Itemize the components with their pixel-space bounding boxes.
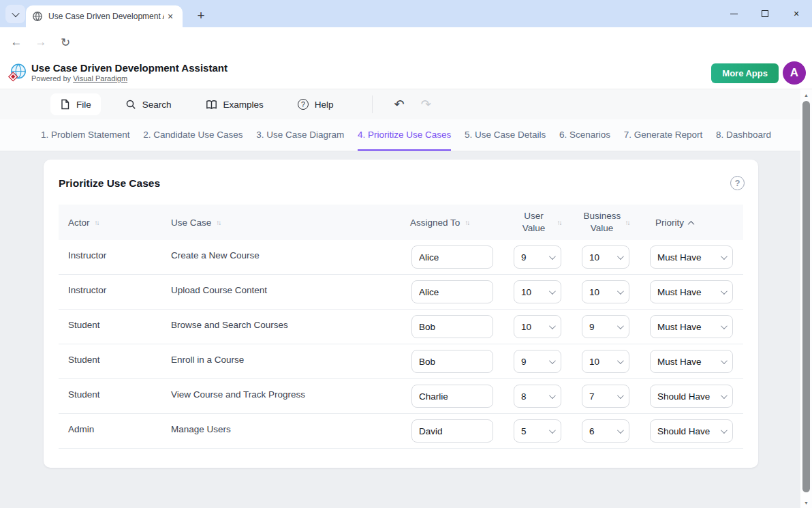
user-value-select[interactable]: 5 [514,419,561,443]
use-case-table: Actor ↑↓ Use Case ↑↓ Assigned To ↑↓ User… [59,205,743,449]
priority-select[interactable]: Should Have [650,385,733,408]
assigned-to-input[interactable] [411,350,493,373]
header-priority-label: Priority [655,218,684,228]
window-minimize-button[interactable] [718,0,749,27]
scrollbar-thumb[interactable] [802,101,810,492]
assigned-to-input[interactable] [411,419,493,443]
business-value-select[interactable]: 10 [582,245,629,269]
window-maximize-button[interactable] [749,0,781,27]
window-controls: × [718,0,812,27]
priority-select[interactable]: Must Have [650,350,733,373]
examples-label: Examples [223,100,264,110]
tab-problem-statement[interactable]: 1. Problem Statement [41,119,130,151]
chevron-down-icon [617,427,624,434]
new-tab-button[interactable]: + [191,6,210,25]
tab-close-icon[interactable]: × [164,10,176,23]
business-value-select[interactable]: 9 [582,315,629,338]
header-use-case-label: Use Case [171,218,211,228]
file-icon [60,99,70,110]
help-menu-button[interactable]: ? Help [288,93,343,115]
use-case-cell: Manage Users [171,414,401,448]
actor-cell: Student [59,344,171,378]
table-row: Instructor Upload Course Content 10 10 M… [59,275,743,310]
back-button[interactable]: ← [5,31,27,53]
header-user-value[interactable]: User Value ↑↓ [504,210,572,234]
user-value-select[interactable]: 8 [514,385,561,408]
undo-button[interactable]: ↶ [386,97,413,112]
assigned-to-input[interactable] [411,385,493,408]
browser-tab[interactable]: Use Case Driven Development A × [26,5,183,27]
page-title: Prioritize Use Cases [59,177,160,190]
book-icon [206,100,217,110]
reload-button[interactable]: ↻ [54,31,76,53]
priority-select[interactable]: Should Have [650,419,733,443]
user-value-select[interactable]: 9 [514,245,561,269]
tab-dashboard[interactable]: 8. Dashboard [716,119,771,151]
tab-candidate-use-cases[interactable]: 2. Candidate Use Cases [143,119,243,151]
visual-paradigm-link[interactable]: Visual Paradigm [73,74,127,83]
search-label: Search [142,100,172,110]
app-header: Use Case Driven Development Assistant Po… [0,57,812,89]
table-header-row: Actor ↑↓ Use Case ↑↓ Assigned To ↑↓ User… [59,205,743,240]
help-label: Help [315,100,334,110]
forward-button[interactable]: → [30,31,52,53]
file-label: File [76,100,91,110]
search-menu-button[interactable]: Search [116,93,181,115]
assigned-to-input[interactable] [411,245,493,269]
priority-text: Must Have [657,252,702,263]
tab-use-case-details[interactable]: 5. Use Case Details [465,119,546,151]
redo-button[interactable]: ↷ [413,97,439,112]
table-row: Admin Manage Users 5 6 Should Have [59,414,743,449]
business-value-select[interactable]: 6 [582,419,629,443]
step-tabs: 1. Problem Statement 2. Candidate Use Ca… [0,119,812,151]
window-close-button[interactable]: × [781,0,812,27]
header-actor[interactable]: Actor ↑↓ [59,218,171,228]
chevron-down-icon [12,9,19,16]
header-priority[interactable]: Priority [640,218,743,228]
assigned-to-input[interactable] [411,315,493,338]
table-row: Student Enroll in a Course 9 10 Must Hav… [59,344,743,379]
business-value-text: 10 [589,287,599,297]
chevron-down-icon [549,427,556,434]
tab-search-button[interactable] [5,5,25,23]
file-menu-button[interactable]: File [50,93,101,115]
user-value-text: 8 [521,391,527,402]
chevron-down-icon [721,323,728,329]
header-user-value-label: User Value [516,210,552,234]
card-help-icon[interactable]: ? [730,176,745,190]
priority-text: Should Have [657,426,710,436]
user-value-select[interactable]: 10 [514,280,561,303]
scroll-up-icon[interactable]: ▲ [800,90,812,100]
tab-use-case-diagram[interactable]: 3. Use Case Diagram [256,119,344,151]
business-value-select[interactable]: 7 [582,385,629,408]
scroll-down-icon[interactable]: ▼ [800,498,812,507]
tab-prioritize-use-cases[interactable]: 4. Prioritize Use Cases [358,119,451,151]
tab-scenarios[interactable]: 6. Scenarios [559,119,610,151]
priority-select[interactable]: Must Have [650,315,733,338]
user-value-text: 9 [521,252,527,263]
powered-by-text: Powered by [31,74,71,83]
page-scrollbar[interactable]: ▲ ▼ [800,89,812,508]
header-assigned-to[interactable]: Assigned To ↑↓ [401,218,504,228]
actor-cell: Admin [59,414,171,448]
app-user-avatar[interactable]: A [783,61,806,85]
assigned-to-input[interactable] [411,280,493,303]
header-business-value-label: Business Value [584,210,621,234]
business-value-select[interactable]: 10 [582,280,629,303]
more-apps-button[interactable]: More Apps [711,63,779,83]
menubar-separator [372,95,373,113]
business-value-select[interactable]: 10 [582,350,629,373]
header-business-value[interactable]: Business Value ↑↓ [572,210,640,234]
sort-icon: ↑↓ [625,219,629,226]
user-value-select[interactable]: 9 [514,350,561,373]
examples-menu-button[interactable]: Examples [196,94,273,115]
priority-select[interactable]: Must Have [650,245,733,269]
user-value-text: 5 [521,426,527,436]
app-menubar: File Search Examples ? Help ↶ ↷ [0,89,812,119]
header-use-case[interactable]: Use Case ↑↓ [171,218,401,228]
tab-generate-report[interactable]: 7. Generate Report [624,119,703,151]
user-value-select[interactable]: 10 [514,315,561,338]
chevron-down-icon [549,253,556,260]
tab-title: Use Case Driven Development A [48,12,164,21]
priority-select[interactable]: Must Have [650,280,733,303]
